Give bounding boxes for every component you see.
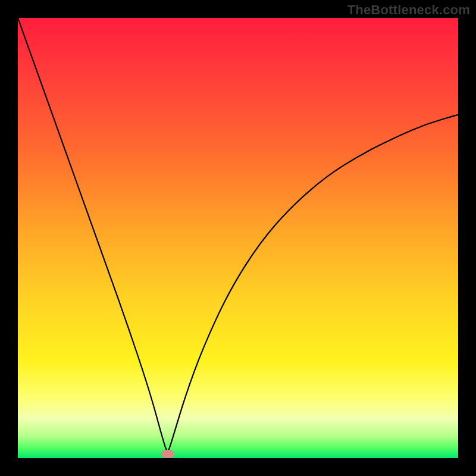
watermark-text: TheBottleneck.com [347, 2, 470, 18]
chart-frame: TheBottleneck.com [0, 0, 476, 476]
bottleneck-curve [18, 18, 458, 458]
optimal-point-marker [161, 450, 174, 458]
plot-area [18, 18, 458, 458]
